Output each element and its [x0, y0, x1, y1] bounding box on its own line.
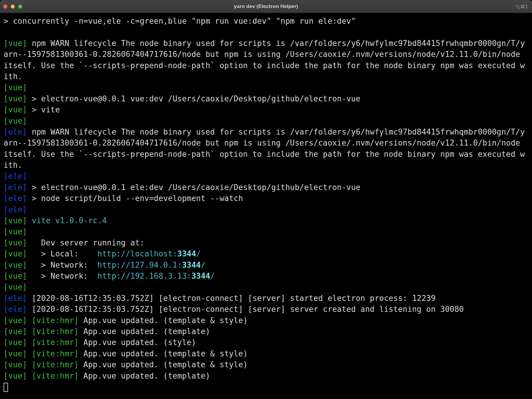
- terminal-text-segment: [vue]: [4, 283, 27, 291]
- terminal-text-segment: /: [210, 272, 215, 280]
- terminal-line: [vue] [vite:hmr] App.vue updated. (templ…: [4, 326, 532, 337]
- terminal-line: [ele] > electron-vue@0.0.1 ele:dev /User…: [4, 182, 532, 193]
- terminal-line: itself. Use the `--scripts-prepend-node-…: [4, 60, 532, 71]
- terminal-text-segment: [vue]: [4, 227, 27, 236]
- terminal-line: [ele] [2020-08-16T12:35:03.752Z] [electr…: [4, 304, 532, 315]
- terminal-line: [vue] vite v1.0.0-rc.4: [4, 215, 532, 226]
- terminal-line: [vue] > Network: http://192.168.3.13:334…: [4, 271, 532, 282]
- terminal-line: [vue] > Local: http://localhost:3344/: [4, 248, 532, 259]
- terminal-text-segment: > vite: [27, 105, 60, 114]
- terminal-text-segment: [27, 316, 32, 325]
- terminal-line: [vue] [vite:hmr] App.vue updated. (templ…: [4, 315, 532, 326]
- terminal-text-segment: [ele]: [4, 127, 27, 136]
- window-title: yarn dev (Electron Helper): [234, 4, 298, 9]
- terminal-text-segment: http://localhost:: [97, 249, 177, 258]
- terminal-line: [vue] npm WARN lifecycle The node binary…: [4, 38, 532, 49]
- terminal-line: [vue] [vite:hmr] App.vue updated. (templ…: [4, 359, 532, 370]
- terminal-text-segment: App.vue updated. (template & style): [79, 349, 248, 358]
- terminal-text-segment: [27, 327, 32, 336]
- terminal-text-segment: [ele]: [4, 205, 27, 214]
- terminal-text-segment: App.vue updated. (template & style): [79, 360, 248, 369]
- terminal-line: [ele]: [4, 171, 532, 182]
- terminal-line: arn--1597581300361-0.2826067404717616/no…: [4, 49, 532, 60]
- terminal-text-segment: App.vue updated. (template & style): [79, 316, 248, 325]
- terminal-text-segment: [vue]: [4, 238, 27, 247]
- terminal-line: [vue] > vite: [4, 104, 532, 115]
- terminal-text-segment: [vite:hmr]: [32, 360, 79, 369]
- terminal-text-segment: [2020-08-16T12:35:03.752Z] [electron-con…: [27, 305, 464, 314]
- terminal-text-segment: [ele]: [4, 194, 27, 203]
- close-button[interactable]: [3, 4, 7, 9]
- terminal-text-segment: [vue]: [4, 272, 27, 280]
- zoom-button[interactable]: [18, 4, 22, 9]
- terminal-text-segment: [vue]: [4, 94, 27, 103]
- terminal-line: [ele]: [4, 204, 532, 215]
- terminal-line: [vue] [vite:hmr] App.vue updated. (style…: [4, 337, 532, 348]
- terminal-cursor-line: [4, 382, 532, 392]
- terminal-line: itself. Use the `--scripts-prepend-node-…: [4, 149, 532, 160]
- terminal-text-segment: itself. Use the `--scripts-prepend-node-…: [4, 61, 525, 70]
- terminal-text-segment: > Network:: [27, 261, 97, 269]
- terminal-text-segment: [27, 349, 32, 358]
- terminal-text-segment: [vue]: [4, 349, 27, 358]
- terminal-text-segment: [27, 338, 32, 347]
- terminal-line: [vue]: [4, 82, 532, 93]
- terminal-text-segment: [ele]: [4, 294, 27, 303]
- keyboard-shortcut-badge: ⌥⌘1: [515, 4, 528, 9]
- terminal-text-segment: > Network:: [27, 272, 97, 280]
- terminal-text-segment: [vue]: [4, 216, 27, 225]
- terminal-text-segment: 3344: [177, 249, 196, 258]
- terminal-line: arn--1597581300361-0.2826067404717616/no…: [4, 138, 532, 149]
- terminal-text-segment: [vue]: [4, 371, 27, 380]
- traffic-lights: [3, 0, 22, 13]
- terminal-text-segment: [vue]: [4, 338, 27, 347]
- terminal-text-segment: App.vue updated. (template): [79, 327, 210, 336]
- terminal-text-segment: [vite:hmr]: [32, 371, 79, 380]
- terminal-text-segment: App.vue updated. (style): [79, 338, 196, 347]
- terminal-text-segment: vite v1.0.0-rc.4: [32, 216, 107, 225]
- terminal-line: [ele] > node script/build --env=developm…: [4, 193, 532, 204]
- minimize-button[interactable]: [11, 4, 15, 9]
- terminal-line: [vue] [vite:hmr] App.vue updated. (templ…: [4, 348, 532, 359]
- terminal-text-segment: [ele]: [4, 305, 27, 314]
- terminal-output[interactable]: > concurrently -n=vue,ele -c=green,blue …: [0, 13, 532, 399]
- terminal-text-segment: [ele]: [4, 183, 27, 192]
- terminal-text-segment: App.vue updated. (template): [79, 371, 210, 380]
- terminal-text-segment: > node script/build --env=development --…: [27, 194, 243, 203]
- terminal-text-segment: /: [201, 261, 206, 269]
- terminal-text-segment: http://192.168.3.13:: [97, 272, 191, 280]
- terminal-text-segment: [27, 216, 32, 225]
- terminal-text-segment: [vue]: [4, 83, 27, 92]
- terminal-text-segment: [vue]: [4, 249, 27, 258]
- terminal-text-segment: [vite:hmr]: [32, 338, 79, 347]
- terminal-text-segment: > electron-vue@0.0.1 vue:dev /Users/caox…: [27, 94, 360, 103]
- terminal-line: [vue] > electron-vue@0.0.1 vue:dev /User…: [4, 93, 532, 104]
- terminal-text-segment: [2020-08-16T12:35:03.752Z] [electron-con…: [27, 294, 435, 303]
- terminal-line: [ele] npm WARN lifecycle The node binary…: [4, 127, 532, 138]
- terminal-text-segment: [27, 371, 32, 380]
- terminal-text-segment: http://127.94.0.1:: [97, 261, 182, 269]
- terminal-text-segment: [ele]: [4, 172, 27, 181]
- terminal-line: [vue]: [4, 116, 532, 127]
- terminal-text-segment: itself. Use the `--scripts-prepend-node-…: [4, 150, 525, 159]
- terminal-text-segment: [vue]: [4, 261, 27, 269]
- terminal-text-segment: [27, 360, 32, 369]
- terminal-text-segment: ith.: [4, 72, 22, 81]
- terminal-line: > concurrently -n=vue,ele -c=green,blue …: [4, 16, 532, 27]
- terminal-line: [vue] [vite:hmr] App.vue updated. (templ…: [4, 371, 532, 382]
- terminal-text-segment: npm WARN lifecycle The node binary used …: [27, 127, 525, 136]
- terminal-text-segment: [vue]: [4, 327, 27, 336]
- terminal-line: ith.: [4, 160, 532, 171]
- terminal-line: [vue]: [4, 226, 532, 237]
- terminal-text-segment: Dev server running at:: [27, 238, 144, 247]
- terminal-text-segment: [vite:hmr]: [32, 316, 79, 325]
- terminal-line: [4, 27, 532, 38]
- terminal-line: [vue] Dev server running at:: [4, 237, 532, 248]
- terminal-text-segment: > Local:: [27, 249, 97, 258]
- terminal-text-segment: /: [196, 249, 201, 258]
- terminal-line: [ele] [2020-08-16T12:35:03.752Z] [electr…: [4, 293, 532, 304]
- terminal-text-segment: arn--1597581300361-0.2826067404717616/no…: [4, 138, 520, 147]
- terminal-text-segment: [vite:hmr]: [32, 349, 79, 358]
- terminal-text-segment: 3344: [191, 272, 210, 280]
- terminal-line: ith.: [4, 71, 532, 82]
